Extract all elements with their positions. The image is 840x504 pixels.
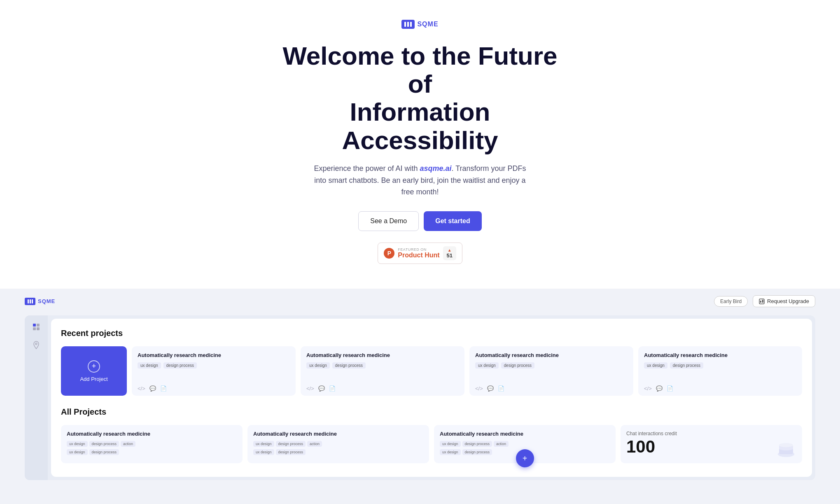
tag-design-process: design process — [501, 362, 534, 369]
svg-rect-0 — [759, 299, 764, 304]
all-projects-title: All Projects — [61, 407, 802, 417]
chat-icon[interactable]: 💬 — [149, 385, 156, 392]
get-started-button[interactable]: Get started — [424, 211, 481, 231]
chat-icon[interactable]: 💬 — [487, 385, 494, 392]
project-tags: ux design design process — [306, 362, 459, 369]
app-logo-icon — [25, 298, 35, 305]
svg-rect-5 — [33, 327, 36, 330]
tag-sub1: ux design — [67, 449, 88, 455]
all-project-card-1[interactable]: Automatically research medicine ux desig… — [61, 425, 243, 463]
all-project-tags: ux design design process action — [440, 441, 610, 447]
file-icon[interactable]: 📄 — [667, 385, 673, 392]
chat-icon[interactable]: 💬 — [656, 385, 663, 392]
all-project-title: Automatically research medicine — [67, 431, 237, 438]
tag-ux: ux design — [440, 441, 461, 447]
project-tags: ux design design process — [644, 362, 796, 369]
credits-number: 100 — [626, 438, 796, 455]
product-hunt-icon: P — [384, 248, 394, 259]
all-project-tags: ux design design process action — [67, 441, 237, 447]
upgrade-icon — [759, 299, 765, 304]
ph-votes: ▲ 51 — [443, 246, 456, 260]
tag-sub2: design process — [462, 449, 492, 455]
app-section: SQME Early Bird Request Upgrade — [0, 289, 840, 497]
project-tags: ux design design process — [475, 362, 628, 369]
all-project-title: Automatically research medicine — [253, 431, 423, 438]
logo: SQME — [8, 20, 832, 29]
svg-rect-6 — [37, 327, 40, 330]
all-project-tags: ux design design process action — [253, 441, 423, 447]
app-sidebar — [25, 315, 48, 480]
app-nav: SQME Early Bird Request Upgrade — [25, 289, 815, 314]
recent-project-card-3[interactable]: Automatically research medicine ux desig… — [469, 346, 633, 396]
app-logo-bar-1 — [28, 299, 29, 303]
code-icon[interactable]: </> — [644, 385, 652, 392]
credits-label: Chat interactions credit — [626, 431, 796, 436]
all-project-card-3[interactable]: Automatically research medicine ux desig… — [434, 425, 616, 463]
project-tags: ux design design process — [138, 362, 290, 369]
code-icon[interactable]: </> — [475, 385, 483, 392]
add-project-icon: + — [88, 360, 100, 373]
tag-design-process: design process — [163, 362, 197, 369]
brand-link[interactable]: asqme.ai — [420, 164, 452, 173]
app-logo-text: SQME — [38, 298, 55, 304]
all-project-title: Automatically research medicine — [440, 431, 610, 438]
code-icon[interactable]: </> — [306, 385, 314, 392]
tag-ux-design: ux design — [138, 362, 161, 369]
all-projects-grid: Automatically research medicine ux desig… — [61, 425, 802, 463]
tag-action: action — [307, 441, 322, 447]
tag-sub2: design process — [276, 449, 306, 455]
tag-sub1: ux design — [440, 449, 461, 455]
logo-bar-2 — [407, 22, 409, 27]
file-icon[interactable]: 📄 — [160, 385, 167, 392]
logo-icon — [401, 20, 415, 29]
app-logo-bar-3 — [32, 299, 33, 303]
sidebar-icon-location[interactable] — [31, 340, 41, 350]
project-card-icons: </> 💬 📄 — [644, 382, 796, 392]
chat-icon[interactable]: 💬 — [318, 385, 325, 392]
hero-subtitle: Experience the power of AI with asqme.ai… — [313, 163, 527, 198]
hero-buttons: See a Demo Get started — [8, 211, 832, 231]
fab-button[interactable]: + — [516, 449, 534, 467]
credits-stack-icon — [776, 441, 796, 459]
tag-ux-design: ux design — [475, 362, 499, 369]
tag-action: action — [121, 441, 135, 447]
ph-name-label: Product Hunt — [398, 252, 439, 259]
product-hunt-badge[interactable]: P FEATURED ON Product Hunt ▲ 51 — [378, 243, 462, 264]
tag-sub2: design process — [89, 449, 119, 455]
logo-bar-3 — [410, 22, 412, 27]
recent-project-card-1[interactable]: Automatically research medicine ux desig… — [132, 346, 296, 396]
app-logo: SQME — [25, 298, 55, 305]
tag-ux-design: ux design — [644, 362, 667, 369]
see-demo-button[interactable]: See a Demo — [358, 211, 419, 231]
project-card-title: Automatically research medicine — [644, 352, 796, 359]
project-card-icons: </> 💬 📄 — [138, 382, 290, 392]
sidebar-icon-grid[interactable] — [31, 322, 41, 332]
svg-rect-2 — [762, 300, 763, 303]
app-logo-bar-2 — [30, 299, 31, 303]
tag-action: action — [494, 441, 509, 447]
add-project-card[interactable]: + Add Project — [61, 346, 127, 396]
project-card-icons: </> 💬 📄 — [306, 382, 459, 392]
svg-rect-3 — [33, 324, 36, 327]
svg-rect-1 — [760, 301, 761, 303]
code-icon[interactable]: </> — [138, 385, 145, 392]
all-project-sub-tags: ux design design process — [253, 449, 423, 455]
project-card-title: Automatically research medicine — [138, 352, 290, 359]
ph-featured-label: FEATURED ON — [398, 247, 426, 252]
file-icon[interactable]: 📄 — [329, 385, 336, 392]
logo-text: SQME — [417, 21, 438, 28]
request-upgrade-button[interactable]: Request Upgrade — [753, 295, 815, 307]
all-project-card-2[interactable]: Automatically research medicine ux desig… — [247, 425, 429, 463]
recent-project-card-4[interactable]: Automatically research medicine ux desig… — [638, 346, 802, 396]
hero-title: Welcome to the Future of Information Acc… — [276, 42, 564, 154]
file-icon[interactable]: 📄 — [498, 385, 504, 392]
tag-sub1: ux design — [253, 449, 274, 455]
recent-project-card-2[interactable]: Automatically research medicine ux desig… — [301, 346, 464, 396]
recent-projects-grid: + Add Project Automatically research med… — [61, 346, 802, 396]
tag-design-process: design process — [670, 362, 703, 369]
early-bird-badge: Early Bird — [714, 296, 748, 307]
recent-projects-title: Recent projects — [61, 329, 802, 338]
app-panel: Recent projects + Add Project Automatica… — [25, 315, 815, 480]
all-project-sub-tags: ux design design process — [67, 449, 237, 455]
svg-rect-4 — [37, 324, 40, 327]
